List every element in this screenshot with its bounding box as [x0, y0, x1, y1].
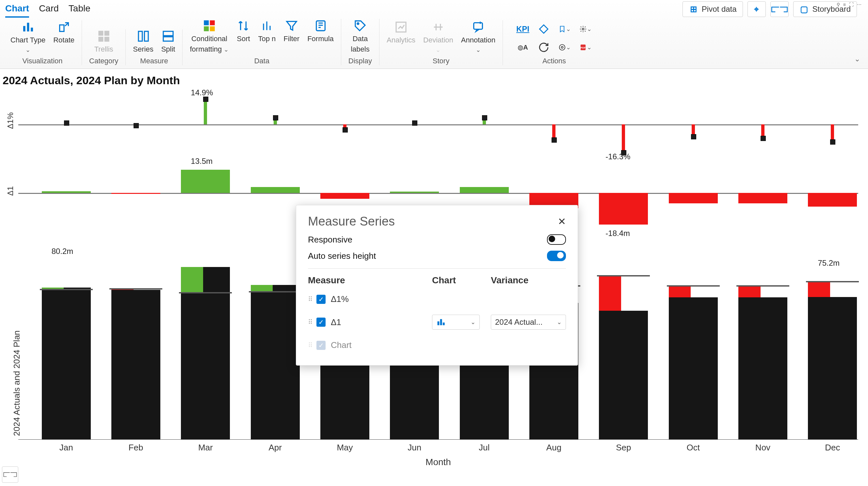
- plan-marker: [597, 275, 650, 277]
- topn-button[interactable]: Top n: [258, 19, 276, 43]
- delta1pct-marker: [761, 136, 766, 141]
- rotate-icon: [57, 20, 71, 34]
- tab-card[interactable]: Card: [39, 1, 59, 18]
- delta1-bar: [599, 193, 648, 225]
- group-title-actions: Actions: [542, 57, 566, 65]
- chart-type-select[interactable]: ⌄: [432, 315, 480, 330]
- conditional-formatting-button[interactable]: Conditional formatting ⌄: [190, 19, 228, 54]
- variance-select-label: 2024 Actual...: [495, 318, 542, 327]
- split-button[interactable]: Split: [161, 29, 175, 54]
- formula-icon: [314, 19, 328, 33]
- pivot-data-button[interactable]: ⊞ Pivot data: [683, 1, 743, 17]
- group-title-measure: Measure: [140, 57, 168, 65]
- chart-type-button[interactable]: Chart Type ⌄: [10, 20, 45, 54]
- group-title-display: Display: [348, 57, 372, 65]
- delta1pct-bar: [204, 99, 207, 124]
- measure-label: Chart: [331, 340, 432, 350]
- checkbox-delta1[interactable]: ✓: [316, 318, 326, 327]
- reading-mode-button[interactable]: ◍A: [517, 41, 529, 54]
- tab-table[interactable]: Table: [69, 1, 90, 18]
- x-tick: Dec: [798, 443, 867, 453]
- checkbox-chart[interactable]: ✓: [316, 341, 326, 350]
- series-button[interactable]: Series: [133, 29, 153, 54]
- auto-series-toggle[interactable]: [547, 251, 566, 261]
- svg-rect-8: [138, 31, 143, 41]
- ribbon-collapse-button[interactable]: ⌄: [850, 53, 865, 65]
- variance-negative-bar: [599, 276, 621, 311]
- svg-rect-3: [59, 25, 64, 31]
- filter-button[interactable]: Filter: [283, 19, 300, 43]
- svg-rect-1: [27, 23, 29, 32]
- svg-rect-6: [98, 37, 103, 42]
- chart-quick-button[interactable]: ⫍⫎: [770, 1, 788, 17]
- group-title-category: Category: [89, 57, 118, 65]
- x-tick: Jul: [450, 443, 519, 453]
- delta1-bar: [669, 193, 718, 203]
- delta1-bar: [320, 193, 369, 199]
- expand-icon[interactable]: ⛶: [849, 2, 854, 7]
- sort-button[interactable]: Sort: [237, 19, 250, 43]
- measure-row-delta1[interactable]: ⠿ ✓ Δ1 ⌄ 2024 Actual... ⌄: [308, 310, 566, 335]
- svg-rect-15: [210, 26, 215, 31]
- barchart-icon: [436, 318, 445, 327]
- formula-button[interactable]: Formula: [307, 19, 334, 43]
- barchart-icon: ⫍⫎: [775, 4, 784, 14]
- chevron-down-icon: ⌄: [471, 319, 475, 326]
- delta1pct-marker: [830, 139, 835, 144]
- config-button[interactable]: ⌄: [558, 41, 571, 54]
- delta1pct-marker: [412, 121, 417, 126]
- focus-icon[interactable]: ≡: [843, 2, 846, 7]
- pivot-label: Pivot data: [702, 5, 737, 14]
- more-icon[interactable]: ⋯: [857, 2, 862, 7]
- settings-button[interactable]: ⌄: [579, 23, 592, 35]
- topn-icon: [260, 19, 274, 33]
- drag-handle-icon[interactable]: ⠿: [308, 318, 312, 326]
- plan-marker: [736, 285, 789, 287]
- pin-icon[interactable]: ⚲: [837, 2, 841, 7]
- delta1pct-marker: [64, 121, 69, 126]
- delta1pct-marker: [552, 137, 557, 142]
- actual-bar: [808, 297, 857, 439]
- trellis-button[interactable]: Trellis: [94, 29, 113, 54]
- theme-button[interactable]: [537, 23, 550, 35]
- annotation-icon: [471, 20, 485, 34]
- actual-bar: [599, 311, 648, 439]
- col-header-chart: Chart: [432, 275, 491, 286]
- drag-handle-icon[interactable]: ⠿: [308, 295, 312, 303]
- delta1pct-axis-label: Δ1%: [6, 116, 15, 129]
- bookmark-button[interactable]: ⌄: [558, 23, 571, 35]
- delta1pct-marker: [343, 127, 348, 132]
- measure-row-delta1pct[interactable]: ⠿ ✓ Δ1%: [308, 289, 566, 310]
- delta1-bar: [181, 170, 230, 193]
- variance-negative-bar: [669, 286, 691, 297]
- delta1pct-marker: [482, 115, 487, 121]
- variance-positive-bar: [251, 285, 273, 291]
- svg-rect-0: [23, 26, 26, 32]
- measure-row-chart[interactable]: ⠿ ✓ Chart: [308, 335, 566, 355]
- annotation-button[interactable]: Annotation ⌄: [461, 20, 495, 54]
- rotate-button[interactable]: Rotate: [53, 20, 74, 44]
- analytics-button[interactable]: Analytics: [386, 20, 415, 44]
- filter-quick-button[interactable]: ⌖: [747, 1, 766, 17]
- sort-icon: [237, 19, 250, 33]
- svg-point-17: [357, 23, 359, 25]
- deviation-button[interactable]: Deviation ⌄: [423, 20, 453, 54]
- svg-rect-9: [144, 31, 148, 41]
- refresh-button[interactable]: [537, 41, 550, 54]
- variance-select[interactable]: 2024 Actual... ⌄: [491, 315, 566, 330]
- corner-options-button[interactable]: ⫍⫎: [2, 466, 18, 483]
- responsive-toggle[interactable]: [547, 234, 566, 245]
- data-labels-button[interactable]: Data labels: [351, 19, 369, 54]
- x-tick: Nov: [728, 443, 798, 453]
- chevron-down-icon: ⌄: [26, 46, 30, 54]
- drag-handle-icon[interactable]: ⠿: [308, 342, 312, 349]
- delta1-label-max: 13.5m: [191, 157, 213, 166]
- svg-rect-25: [438, 322, 439, 325]
- delta1pct-marker: [133, 123, 139, 128]
- group-title-story: Story: [433, 57, 450, 65]
- tab-chart[interactable]: Chart: [5, 1, 29, 18]
- kpi-button[interactable]: KPI: [517, 23, 529, 35]
- close-icon[interactable]: ✕: [558, 216, 566, 227]
- checkbox-delta1pct[interactable]: ✓: [316, 295, 326, 304]
- export-pdf-button[interactable]: PDF ⌄: [579, 41, 592, 54]
